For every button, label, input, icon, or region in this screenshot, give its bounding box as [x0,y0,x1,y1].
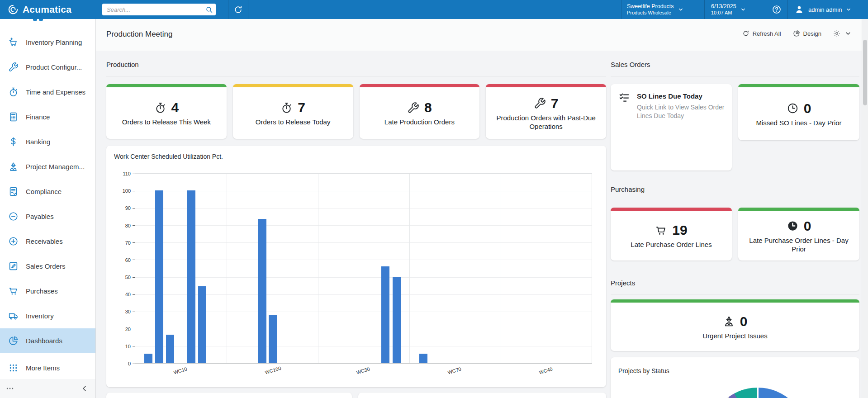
x-axis-label: WC100 [264,365,282,375]
y-axis-line [135,174,135,364]
chart-bar[interactable] [144,354,152,363]
sidebar-item-receivables[interactable]: Receivables [0,229,95,254]
topbar-separator [248,0,248,19]
chart-bar[interactable] [198,286,206,363]
projects-by-status-widget: Projects by Status [611,357,859,398]
sidebar-item-banking[interactable]: Banking [0,129,95,154]
current-date: 6/13/2025 [711,3,736,9]
kpi-accent-bar [738,84,859,87]
page-title: Production Meeting [106,30,172,39]
scrolled-icon-fragment [39,19,43,21]
refresh-all-button[interactable]: Refresh All [742,30,781,37]
main-content: Production Meeting Refresh All Design Pr… [96,19,862,398]
dashboard-settings-button[interactable] [833,30,852,37]
sidebar-item-time-and-expenses[interactable]: Time and Expenses [0,80,95,104]
cart-icon [8,286,19,296]
sidebar-item-dashboards[interactable]: Dashboards [0,328,95,353]
kpi-label: Orders to Release This Week [122,118,211,127]
section-header-purchasing: Purchasing [611,185,645,193]
business-date-button[interactable] [228,0,248,19]
y-axis-tick-label: 20 [114,327,131,332]
chart-bar[interactable] [381,266,389,363]
y-axis-tick-label: 70 [114,240,131,246]
sidebar-footer [0,379,95,398]
refresh-all-label: Refresh All [753,30,781,37]
x-axis-label: WC10 [173,366,188,375]
sidebar-item-inventory[interactable]: Inventory [0,303,95,328]
wrench-icon [407,102,419,114]
page-header: Production Meeting Refresh All Design [96,19,862,51]
kpi-card-orders-to-release-this-week[interactable]: 4Orders to Release This Week [106,84,227,139]
kpi-card-urgent-project-issues[interactable]: 0Urgent Project Issues [611,299,859,351]
user-menu[interactable]: admin admin [794,0,862,19]
sidebar-item-label: Sales Orders [26,262,66,270]
acumatica-logo[interactable]: Acumatica [0,4,96,15]
section-header-production: Production [106,61,139,68]
sidebar-item-purchases[interactable]: Purchases [0,279,95,303]
kpi-card-orders-to-release-today[interactable]: 7Orders to Release Today [233,84,353,139]
business-date-selector[interactable]: 6/13/2025 10:07 AM [711,0,761,19]
kpi-card-late-production-orders[interactable]: 8Late Production Orders [360,84,480,139]
kpi-card-late-purchase-order-lines[interactable]: 19Late Purchase Order Lines [611,208,732,261]
x-axis-label: WC70 [447,366,462,375]
y-axis-tick-label: 40 [114,292,131,297]
sidebar-item-label: Dashboards [26,337,62,345]
company-selector[interactable]: Sweetlife Products Products Wholesale [627,0,704,19]
help-button[interactable] [766,0,787,19]
kpi-accent-bar [486,84,606,87]
kpi-card-late-purchase-order-lines-day-prior[interactable]: 0Late Purchase Order Lines - Day Prior [738,208,859,261]
x-axis-line [135,363,592,364]
design-button[interactable]: Design [793,30,821,37]
sidebar-item-payables[interactable]: Payables [0,204,95,229]
grid-dots-icon [8,363,19,373]
quick-link-card-so-lines-due-today[interactable]: SO Lines Due Today Quick Link to View Sa… [611,84,732,171]
chart-bar[interactable] [258,219,266,363]
search-input[interactable] [102,6,205,13]
section-divider [106,76,606,76]
section-divider [611,294,859,294]
pie-chart-title: Projects by Status [618,367,669,374]
sidebar-item-sales-orders[interactable]: Sales Orders [0,254,95,279]
sidebar-item-inventory-planning[interactable]: Inventory Planning [0,30,95,55]
sidebar-item-product-configur[interactable]: Product Configur... [0,55,95,80]
search-icon[interactable] [205,6,213,14]
chart-bar[interactable] [419,354,427,363]
chart-bar[interactable] [393,277,401,363]
kpi-card-partial[interactable] [106,393,352,398]
gridline [135,260,592,260]
chart-bar[interactable] [166,335,174,363]
sidebar-item-label: Finance [26,113,50,121]
vertical-scrollbar[interactable] [862,19,868,398]
topbar-separator [787,0,788,19]
kpi-label: Late Purchase Order Lines [631,240,711,249]
design-label: Design [803,30,821,37]
stopwatch-icon [280,102,293,114]
sidebar-item-label: Project Managem... [26,163,85,171]
gridline [135,277,592,278]
chart-bar[interactable] [155,190,163,363]
company-branch: Products Wholesale [627,10,674,16]
calculator-icon [8,112,19,122]
kpi-card-missed-so-lines-day-prior[interactable]: 0Missed SO Lines - Day Prior [738,84,859,140]
chart-bar[interactable] [269,315,277,363]
sidebar-item-more-items[interactable]: More Items [0,355,95,380]
sidebar-item-compliance[interactable]: Compliance [0,179,95,204]
more-dots-icon[interactable] [5,384,14,393]
sidebar-item-label: Receivables [26,237,63,245]
kpi-card-production-orders-with-past-due-operations[interactable]: 7Production Orders with Past-Due Operati… [486,84,606,139]
clock-filled-icon [787,220,799,232]
sidebar-item-project-managem[interactable]: Project Managem... [0,154,95,179]
sidebar-item-finance[interactable]: Finance [0,104,95,129]
gridline [318,174,318,364]
y-axis-tick-label: 50 [114,275,131,280]
scrollbar-thumb[interactable] [863,40,867,105]
collapse-sidebar-icon[interactable] [80,384,89,393]
y-axis-tick-label: 0 [114,361,131,366]
pie-slice-divider [757,388,759,398]
pie-chart-icon [793,30,800,37]
chart-bar[interactable] [187,190,195,363]
kpi-card-partial[interactable] [358,393,606,398]
refresh-icon [742,30,749,37]
kpi-accent-bar [611,208,732,211]
chevron-down-icon [845,6,852,13]
